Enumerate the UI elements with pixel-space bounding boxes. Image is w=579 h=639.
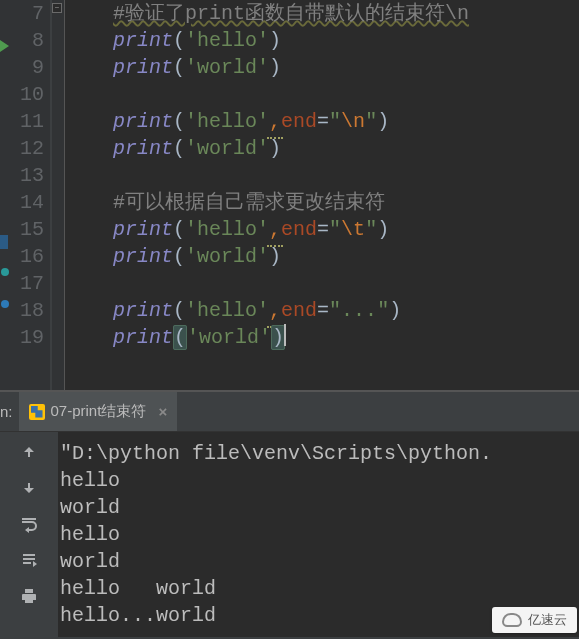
escape-sequence: \n [341,110,365,133]
string-literal: 'world' [185,56,269,79]
code-editor[interactable]: #验证了print函数自带默认的结束符\nprint('hello')print… [64,0,579,390]
fold-column[interactable]: – [52,0,64,390]
run-tab-title: 07-print结束符 [51,402,147,421]
line-number[interactable]: 18 [12,297,44,324]
code-line[interactable]: print('world') [67,54,579,81]
string-literal: 'hello' [185,110,269,133]
code-line[interactable]: print('hello') [67,27,579,54]
keyword-arg-end: end [281,299,317,322]
builtin-print: print [113,299,173,322]
arrow-up-icon[interactable] [15,438,43,466]
keyword-arg-end: end [281,110,317,133]
string-literal: 'hello' [185,29,269,52]
run-tool-window-header: n: 07-print结束符 × [0,392,579,432]
builtin-print: print [113,29,173,52]
scroll-to-end-icon[interactable] [15,546,43,574]
python-file-icon [29,404,45,420]
line-number[interactable]: 15 [12,216,44,243]
line-number[interactable]: 13 [12,162,44,189]
line-number-gutter[interactable]: 78910111213141516171819 [12,0,52,390]
escape-sequence: \t [341,218,365,241]
line-number[interactable]: 9 [12,54,44,81]
line-number[interactable]: 17 [12,270,44,297]
string-literal: 'hello' [185,218,269,241]
run-panel-label: n: [0,403,19,420]
code-line[interactable]: #验证了print函数自带默认的结束符\n [67,0,579,27]
structure-marker-icon [0,235,8,249]
line-number[interactable]: 14 [12,189,44,216]
code-line[interactable]: print('hello',end="\n") [67,108,579,135]
console-toolbar [0,432,58,637]
breakpoint-verified-icon [1,268,9,276]
fold-toggle-icon[interactable]: – [52,3,62,13]
string-literal: 'hello' [185,299,269,322]
builtin-print: print [113,326,173,349]
code-line[interactable]: print('world') [67,324,579,351]
code-line[interactable]: print('hello',end="\t") [67,216,579,243]
line-number[interactable]: 10 [12,81,44,108]
line-number[interactable]: 12 [12,135,44,162]
string-literal: 'world' [185,245,269,268]
soft-wrap-icon[interactable] [15,510,43,538]
text-caret [284,324,286,346]
comment: #验证了print函数自带默认的结束符\n [113,2,469,25]
editor-area: 78910111213141516171819 – #验证了print函数自带默… [0,0,579,390]
run-tab[interactable]: 07-print结束符 × [19,392,178,431]
line-number[interactable]: 7 [12,0,44,27]
console-area: "D:\python file\venv\Scripts\python. hel… [0,432,579,637]
string-literal: 'world' [185,137,269,160]
comma: , [269,110,281,133]
code-line[interactable] [67,270,579,297]
code-line[interactable]: print('world') [67,135,579,162]
left-margin [0,0,12,390]
builtin-print: print [113,137,173,160]
code-line[interactable] [67,162,579,189]
comment: #可以根据自己需求更改结束符 [113,191,385,214]
line-number[interactable]: 11 [12,108,44,135]
string-literal: 'world' [187,326,271,349]
close-icon[interactable]: × [158,403,167,420]
builtin-print: print [113,110,173,133]
keyword-arg-end: end [281,218,317,241]
line-number[interactable]: 8 [12,27,44,54]
arrow-down-icon[interactable] [15,474,43,502]
line-number[interactable]: 16 [12,243,44,270]
watermark: 亿速云 [492,607,577,633]
run-marker-icon[interactable] [0,40,9,52]
builtin-print: print [113,218,173,241]
method-marker-icon [1,300,9,308]
code-line[interactable]: print('world') [67,243,579,270]
print-icon[interactable] [15,582,43,610]
line-number[interactable]: 19 [12,324,44,351]
comma: , [269,218,281,241]
string-literal: ... [341,299,377,322]
code-line[interactable]: #可以根据自己需求更改结束符 [67,189,579,216]
cloud-icon [502,613,522,627]
builtin-print: print [113,56,173,79]
code-line[interactable] [67,81,579,108]
watermark-text: 亿速云 [528,611,567,629]
builtin-print: print [113,245,173,268]
comma: , [269,299,281,322]
code-line[interactable]: print('hello',end="...") [67,297,579,324]
